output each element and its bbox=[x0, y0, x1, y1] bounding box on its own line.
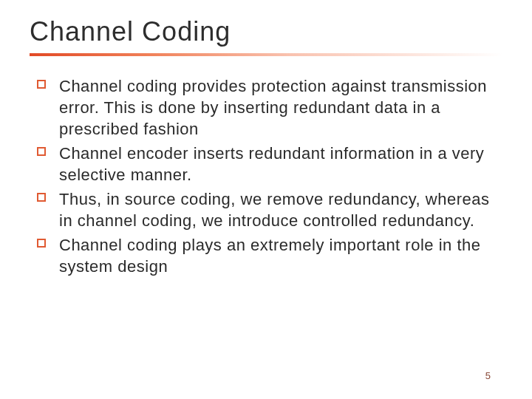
square-bullet-icon bbox=[37, 147, 46, 156]
list-item: Channel encoder inserts redundant inform… bbox=[34, 143, 498, 185]
bullet-text: Channel coding provides protection again… bbox=[59, 77, 487, 138]
bullet-list: Channel coding provides protection again… bbox=[30, 75, 502, 277]
bullet-text: Channel encoder inserts redundant inform… bbox=[59, 144, 484, 184]
slide: Channel Coding Channel coding provides p… bbox=[0, 0, 532, 399]
square-bullet-icon bbox=[37, 80, 46, 89]
list-item: Channel coding plays an extremely import… bbox=[34, 234, 498, 277]
page-number: 5 bbox=[485, 370, 491, 381]
title-underline bbox=[30, 53, 502, 56]
square-bullet-icon bbox=[37, 193, 46, 202]
square-bullet-icon bbox=[37, 239, 46, 248]
list-item: Channel coding provides protection again… bbox=[34, 75, 498, 140]
bullet-text: Channel coding plays an extremely import… bbox=[59, 236, 480, 276]
bullet-text: Thus, in source coding, we remove redund… bbox=[59, 190, 490, 230]
list-item: Thus, in source coding, we remove redund… bbox=[34, 188, 498, 231]
slide-title: Channel Coding bbox=[30, 16, 502, 47]
